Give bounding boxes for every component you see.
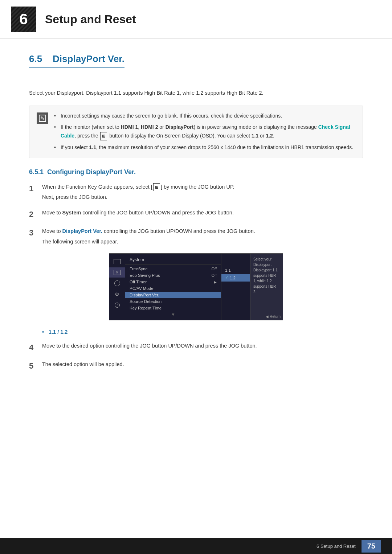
- chapter-number-box: 6: [11, 7, 36, 32]
- step-1-subtext: Next, press the JOG button.: [42, 193, 363, 202]
- footer-text: 6 Setup and Reset: [317, 543, 356, 549]
- chapter-title: Setup and Reset: [45, 13, 136, 26]
- step-2-number: 2: [29, 208, 42, 220]
- step-1-number: 1: [29, 182, 42, 194]
- step-2: 2 Move to System controlling the JOG but…: [29, 208, 363, 220]
- osd-item-pcav: PC/AV Mode: [125, 285, 221, 292]
- step-4-content: Move to the desired option controlling t…: [42, 341, 363, 350]
- step-5: 5 The selected option will be applied.: [29, 360, 363, 372]
- osd-container: ⚙ i System FreeSync Off Eco Saving Plus …: [109, 253, 283, 320]
- step-5-content: The selected option will be applied.: [42, 360, 363, 369]
- chapter-number: 6: [19, 12, 28, 27]
- page-footer: 6 Setup and Reset 75: [0, 538, 392, 554]
- osd-icon-row-1: [109, 257, 125, 267]
- clock-icon: [114, 280, 120, 286]
- osd-tooltip: Select your Displayport. Displayport 1.1…: [250, 254, 283, 320]
- note-icon: ✎: [37, 112, 48, 124]
- step-2-content: Move to System controlling the JOG butto…: [42, 208, 363, 217]
- note-item-2: If the monitor (when set to HDMI 1, HDMI…: [54, 123, 355, 140]
- monitor-icon: [114, 259, 121, 264]
- step-4: 4 Move to the desired option controlling…: [29, 341, 363, 353]
- osd-submenu-1-1: 1.1: [221, 267, 250, 274]
- options-item: 1.1 / 1.2: [42, 329, 363, 335]
- section-description: Select your Displayport. Displayport 1.1…: [29, 89, 363, 98]
- osd-item-freesync: FreeSync Off: [125, 266, 221, 272]
- page-header: 6 Setup and Reset: [0, 0, 392, 39]
- step-1-content: When the Function Key Guide appears, sel…: [42, 182, 363, 202]
- page-number: 75: [362, 540, 381, 553]
- osd-submenu-1-2: 1.2: [221, 274, 250, 282]
- section-number: 6.5: [29, 53, 42, 64]
- osd-submenu: 1.1 1.2: [221, 254, 250, 320]
- section-title: 6.5 DisplayPort Ver.: [29, 53, 124, 68]
- step-3-subtext: The following screen will appear.: [42, 237, 363, 246]
- step-4-number: 4: [29, 341, 42, 353]
- osd-scroll-indicator: ▼: [125, 311, 221, 318]
- osd-return-label: ◀ Return: [266, 315, 281, 319]
- options-list: 1.1 / 1.2: [42, 329, 363, 335]
- note-box: ✎ Incorrect settings may cause the scree…: [29, 106, 363, 158]
- osd-screenshot: ⚙ i System FreeSync Off Eco Saving Plus …: [109, 253, 283, 320]
- osd-icon-row-4: ⚙: [109, 289, 125, 299]
- osd-item-eco: Eco Saving Plus Off: [125, 272, 221, 279]
- subsection-title-text: Configuring DisplayPort Ver.: [47, 168, 136, 176]
- section-header: 6.5 DisplayPort Ver.: [29, 53, 363, 78]
- note-list: Incorrect settings may cause the screen …: [54, 112, 355, 152]
- subsection-header: 6.5.1 Configuring DisplayPort Ver.: [29, 168, 363, 176]
- eco-icon: [114, 270, 121, 275]
- step-3-content: Move to DisplayPort Ver. controlling the…: [42, 227, 363, 246]
- main-content: 6.5 DisplayPort Ver. Select your Display…: [0, 39, 392, 407]
- step-1: 1 When the Function Key Guide appears, s…: [29, 182, 363, 202]
- osd-icon-row-2: [109, 267, 125, 278]
- osd-item-source: Source Detection: [125, 298, 221, 305]
- osd-icon-row-3: [109, 278, 125, 288]
- osd-item-keyrepeat: Key Repeat Time: [125, 305, 221, 311]
- osd-menu-title: System: [125, 256, 221, 265]
- subsection-number: 6.5.1: [29, 168, 44, 176]
- step-5-number: 5: [29, 360, 42, 372]
- pencil-icon: ✎: [39, 115, 46, 122]
- gear-icon: ⚙: [115, 291, 119, 297]
- osd-item-displayport: DisplayPort Ver.: [125, 292, 221, 298]
- step-3-number: 3: [29, 227, 42, 239]
- info-icon: i: [115, 303, 120, 308]
- note-item-3: If you select 1.1, the maximum resolutio…: [54, 143, 355, 152]
- subsection-title: 6.5.1 Configuring DisplayPort Ver.: [29, 168, 136, 176]
- note-item-1: Incorrect settings may cause the screen …: [54, 112, 355, 120]
- osd-left-icons: ⚙ i: [109, 254, 125, 320]
- osd-item-offtimer: Off Timer ▶: [125, 279, 221, 285]
- osd-icon-row-5: i: [109, 300, 125, 310]
- step-3: 3 Move to DisplayPort Ver. controlling t…: [29, 227, 363, 246]
- section-title-text: DisplayPort Ver.: [53, 53, 124, 64]
- osd-main-menu: System FreeSync Off Eco Saving Plus Off …: [125, 254, 221, 320]
